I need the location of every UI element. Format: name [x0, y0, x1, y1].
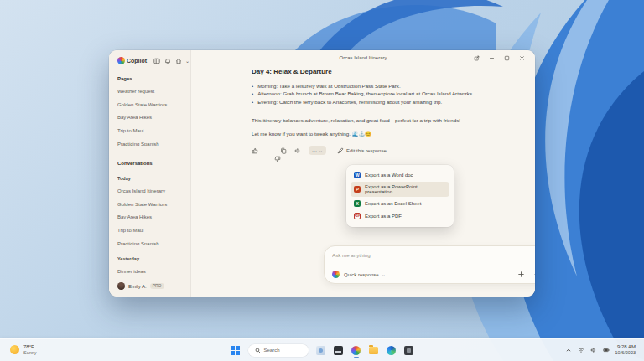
sidebar-page-bay-area-hikes[interactable]: Bay Area Hikes [117, 115, 184, 120]
powerpoint-icon: P [354, 186, 361, 193]
desktop: Copilot ⌄ Pages Weather request Golden S… [0, 0, 644, 361]
edge-icon [387, 346, 396, 355]
volume-icon[interactable] [590, 347, 597, 353]
weather-temp: 78°F [23, 344, 37, 350]
taskbar-search[interactable]: Search [248, 344, 309, 357]
copy-icon[interactable] [280, 147, 287, 154]
sidebar-conv-bay-area-hikes[interactable]: Bay Area Hikes [117, 214, 184, 219]
copilot-logo-icon [332, 271, 340, 278]
pdf-icon: PDF [354, 213, 361, 219]
weather-widget[interactable]: 78°F Sunny [0, 344, 151, 355]
more-options-button[interactable]: ··· ⌄ [309, 146, 326, 155]
word-icon: W [354, 172, 361, 178]
export-pdf-item[interactable]: PDF Export as a PDF [351, 210, 449, 222]
edit-response-label: Edit this response [346, 148, 387, 153]
sidebar-conv-dinner-ideas[interactable]: Dinner ideas [117, 269, 184, 274]
bullet-dot: • [252, 98, 253, 106]
maximize-icon[interactable] [504, 55, 510, 61]
taskbar-app-camera[interactable] [404, 345, 414, 355]
composer-actions [517, 271, 535, 278]
microphone-icon[interactable] [533, 271, 535, 278]
chevron-down-icon[interactable]: ⌄ [185, 58, 190, 64]
hidden-icons-chevron[interactable] [565, 347, 572, 353]
sidebar-page-golden-state-warriors[interactable]: Golden State Warriors [117, 102, 184, 107]
chevron-down-icon: ⌄ [319, 147, 323, 153]
titlebar: Orcas Island Itinerary [191, 50, 535, 65]
sidebar-header: Copilot ⌄ [117, 57, 184, 64]
pages-section-label: Pages [117, 76, 184, 81]
close-icon[interactable] [519, 55, 525, 61]
export-menu: W Export as a Word doc P Export as a Pow… [346, 165, 454, 227]
sidebar-page-trip-to-maui[interactable]: Trip to Maui [117, 128, 184, 133]
minimize-icon[interactable] [489, 55, 495, 61]
export-powerpoint-item[interactable]: P Export as a PowerPoint presentation [351, 182, 449, 197]
sidebar-conv-orcas-island-itinerary[interactable]: Orcas Island Itinerary [117, 188, 184, 193]
share-icon[interactable] [474, 55, 480, 61]
ask-input[interactable] [332, 252, 535, 258]
bullet-text: Evening: Catch the ferry back to Anacort… [257, 98, 442, 106]
bullet-dot: • [252, 90, 253, 97]
yesterday-label: Yesterday [117, 256, 184, 261]
bullet-dot: • [252, 82, 253, 90]
avatar [117, 282, 125, 290]
copilot-icon [351, 346, 361, 355]
thumbs-down-icon[interactable] [266, 147, 273, 154]
itinerary-bullet: • Morning: Take a leisurely walk at Obst… [252, 82, 523, 90]
bullet-text: Afternoon: Grab brunch at Brown Bear Bak… [257, 90, 474, 97]
user-plan-badge: PRO [150, 283, 164, 289]
active-app-indicator [354, 357, 359, 358]
sidebar-toggle-icon[interactable] [153, 58, 160, 64]
add-attachment-icon[interactable] [517, 271, 525, 278]
start-button[interactable] [231, 345, 241, 355]
export-excel-item[interactable]: X Export as an Excel Sheet [351, 198, 449, 209]
search-label: Search [264, 348, 280, 353]
weather-condition: Sunny [23, 350, 37, 355]
composer: Quick response ⌄ [324, 245, 535, 284]
bullet-text: Morning: Take a leisurely walk at Obstru… [257, 82, 400, 90]
notifications-bell-icon[interactable] [164, 58, 171, 64]
photos-icon [334, 346, 343, 355]
conversations-section-label: Conversations [117, 161, 184, 166]
chevron-down-icon: ⌄ [382, 271, 386, 277]
system-tray: 9:28 AM 10/6/2023 [493, 344, 644, 356]
taskbar-clock[interactable]: 9:28 AM 10/6/2023 [615, 344, 636, 356]
sidebar-conv-trip-to-maui[interactable]: Trip to Maui [117, 228, 184, 233]
pencil-icon [337, 147, 344, 154]
widgets-icon [316, 346, 325, 355]
chat-body: Day 4: Relax & Departure • Morning: Take… [191, 65, 535, 155]
folder-icon [369, 347, 378, 354]
window-controls [474, 55, 535, 61]
user-account-row[interactable]: Emily A. PRO [117, 282, 184, 290]
read-aloud-icon[interactable] [294, 147, 301, 154]
excel-icon: X [354, 200, 361, 207]
edit-response-button[interactable]: Edit this response [337, 147, 387, 154]
sun-icon [10, 345, 19, 354]
export-word-item[interactable]: W Export as a Word doc [351, 169, 449, 181]
home-icon[interactable] [175, 58, 182, 64]
sidebar-page-practicing-spanish[interactable]: Practicing Spanish [117, 142, 184, 147]
sidebar-conv-golden-state-warriors[interactable]: Golden State Warriors [117, 202, 184, 207]
search-icon [255, 348, 261, 353]
clock-date: 10/6/2023 [615, 350, 636, 356]
export-word-label: Export as a Word doc [365, 173, 413, 178]
taskbar-app-copilot[interactable] [351, 345, 361, 355]
followup-text: Let me know if you want to tweak anythin… [252, 131, 523, 137]
clock-time: 9:28 AM [617, 344, 636, 350]
composer-toolbar: Quick response ⌄ [332, 271, 535, 278]
taskbar-app-photos[interactable] [334, 345, 344, 355]
sidebar: Copilot ⌄ Pages Weather request Golden S… [109, 50, 191, 297]
brand-name: Copilot [127, 58, 147, 64]
export-powerpoint-label: Export as a PowerPoint presentation [365, 184, 446, 194]
wifi-icon[interactable] [578, 347, 584, 353]
taskbar-app-file-explorer[interactable] [369, 345, 379, 355]
camera-icon [404, 346, 413, 355]
response-mode-button[interactable]: Quick response ⌄ [344, 271, 386, 277]
sidebar-page-weather-request[interactable]: Weather request [117, 89, 184, 94]
taskbar-app-widgets[interactable] [316, 345, 326, 355]
sidebar-conv-practicing-spanish[interactable]: Practicing Spanish [117, 241, 184, 246]
thumbs-up-icon[interactable] [252, 147, 258, 154]
export-pdf-label: Export as a PDF [365, 214, 402, 219]
export-excel-label: Export as an Excel Sheet [365, 201, 421, 206]
taskbar-app-edge[interactable] [387, 345, 397, 355]
battery-icon[interactable] [603, 347, 610, 353]
